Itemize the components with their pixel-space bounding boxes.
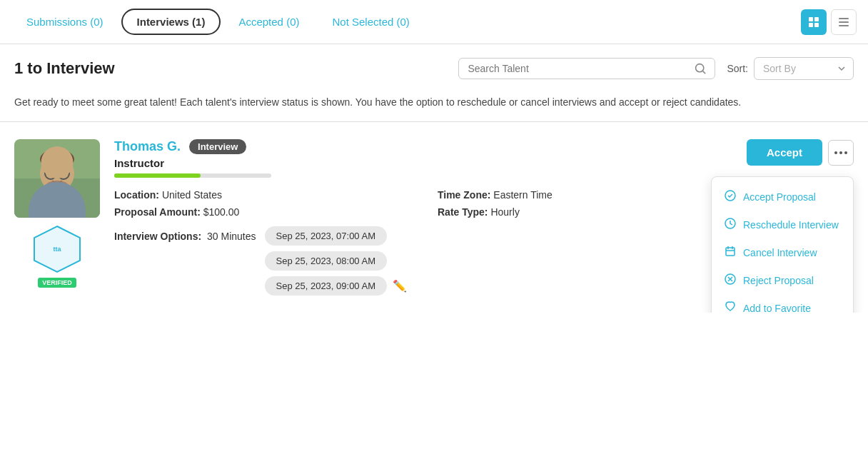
svg-rect-12 [52, 180, 62, 193]
rate-type-item: Rate Type: Hourly [438, 206, 732, 218]
time-slot-1: Sep 25, 2023, 08:00 AM [265, 251, 388, 271]
search-input[interactable] [468, 63, 689, 74]
sort-select[interactable]: Sort By Name Date Rate [754, 57, 854, 80]
svg-rect-2 [809, 23, 813, 27]
reschedule-label: Reschedule Interview [743, 219, 839, 231]
svg-rect-3 [814, 23, 819, 27]
tabs-bar: Submissions (0) Interviews (1) Accepted … [0, 0, 868, 44]
action-row: Accept [747, 139, 854, 166]
svg-rect-1 [814, 17, 819, 21]
candidate-name-row: Thomas G. Interview [114, 139, 732, 154]
page-title: 1 to Interview [14, 59, 115, 78]
svg-point-11 [30, 191, 84, 218]
tab-not-selected[interactable]: Not Selected (0) [317, 9, 424, 34]
svg-rect-4 [839, 18, 849, 19]
svg-rect-10 [14, 178, 100, 218]
interview-options-label: Interview Options: 30 Minutes [114, 231, 256, 242]
proposal-value: $100.00 [203, 206, 240, 218]
timezone-value: Eastern Time [493, 189, 552, 201]
accept-proposal-label: Accept Proposal [743, 191, 816, 203]
time-slot-row-1: Sep 25, 2023, 08:00 AM [265, 251, 408, 271]
candidate-name[interactable]: Thomas G. [114, 139, 181, 154]
time-slots-list: Sep 25, 2023, 07:00 AM Sep 25, 2023, 08:… [265, 226, 408, 296]
reject-proposal-label: Reject Proposal [743, 275, 814, 286]
dropdown-menu: Accept Proposal Reschedule Interview [711, 176, 854, 313]
candidate-actions: Accept Accept Proposal [747, 139, 854, 296]
sort-label: Sort: [727, 63, 748, 74]
favorite-icon [725, 301, 736, 313]
tab-interviews[interactable]: Interviews (1) [121, 9, 221, 35]
tab-accepted[interactable]: Accepted (0) [223, 9, 314, 34]
details-grid: Location: United States Time Zone: Easte… [114, 189, 732, 218]
candidate-left: tta VERIFIED [14, 139, 100, 296]
time-slot-0: Sep 25, 2023, 07:00 AM [265, 226, 388, 246]
view-toggle-group [801, 9, 857, 35]
more-options-button[interactable] [828, 140, 854, 166]
candidate-photo [14, 139, 100, 218]
photo-art-svg [14, 139, 100, 218]
description-bar: Get ready to meet some great talent! Eac… [0, 87, 868, 122]
svg-rect-6 [839, 25, 849, 26]
progress-bar-fill [114, 173, 201, 178]
proposal-label: Proposal Amount: [114, 206, 201, 218]
location-item: Location: United States [114, 189, 409, 201]
accept-proposal-icon [725, 190, 736, 203]
accept-button[interactable]: Accept [747, 139, 822, 166]
candidate-role: Instructor [114, 157, 732, 169]
sort-section: Sort: Sort By Name Date Rate [727, 57, 854, 80]
timezone-item: Time Zone: Eastern Time [438, 189, 732, 201]
time-slot-row-2: Sep 25, 2023, 09:00 AM ✏️ [265, 276, 408, 296]
rate-value: Hourly [490, 206, 519, 218]
svg-point-14 [40, 149, 74, 169]
dropdown-reschedule-interview[interactable]: Reschedule Interview [712, 211, 853, 238]
status-badge: Interview [189, 139, 246, 154]
dropdown-add-favorite[interactable]: Add to Favorite [712, 294, 853, 313]
dropdown-cancel-interview[interactable]: Cancel Interview [712, 238, 853, 266]
svg-point-22 [844, 151, 847, 154]
svg-point-7 [696, 64, 704, 72]
list-view-button[interactable] [831, 9, 857, 35]
svg-line-8 [703, 71, 706, 74]
list-icon [838, 16, 849, 28]
svg-rect-0 [809, 17, 813, 21]
search-wrapper [458, 58, 715, 79]
svg-rect-5 [839, 21, 849, 23]
candidate-info: Thomas G. Interview Instructor Location:… [114, 139, 732, 296]
tta-logo-text: tta [54, 246, 61, 253]
search-icon [695, 63, 706, 74]
more-dots-icon [834, 151, 847, 154]
edit-timeslot-icon[interactable]: ✏️ [393, 279, 407, 293]
tta-badge: tta VERIFIED [31, 223, 83, 288]
svg-point-18 [46, 181, 69, 192]
reject-proposal-icon [725, 273, 736, 287]
reschedule-icon [725, 218, 736, 231]
tab-submissions[interactable]: Submissions (0) [11, 9, 118, 34]
location-label: Location: [114, 189, 159, 201]
rate-label: Rate Type: [438, 206, 488, 218]
svg-rect-25 [726, 248, 735, 256]
svg-point-21 [839, 151, 842, 154]
add-favorite-label: Add to Favorite [743, 303, 811, 313]
interview-options-row: Interview Options: 30 Minutes Sep 25, 20… [114, 226, 732, 296]
page-container: Submissions (0) Interviews (1) Accepted … [0, 0, 868, 313]
dropdown-reject-proposal[interactable]: Reject Proposal [712, 266, 853, 294]
proposal-item: Proposal Amount: $100.00 [114, 206, 409, 218]
cancel-interview-label: Cancel Interview [743, 247, 817, 258]
svg-point-20 [834, 151, 837, 154]
content-header: 1 to Interview Sort: Sort By Name Date R… [0, 44, 868, 87]
time-slot-2: Sep 25, 2023, 09:00 AM [265, 276, 388, 296]
candidate-card: tta VERIFIED Thomas G. Interview Instruc… [0, 122, 868, 313]
grid-view-button[interactable] [801, 9, 827, 35]
location-value: United States [162, 189, 222, 201]
timezone-label: Time Zone: [438, 189, 490, 201]
progress-bar-wrap [114, 173, 271, 178]
grid-icon [808, 16, 819, 28]
verified-label: VERIFIED [38, 278, 76, 288]
time-slot-row-0: Sep 25, 2023, 07:00 AM [265, 226, 408, 246]
cancel-interview-icon [725, 246, 736, 259]
dropdown-accept-proposal[interactable]: Accept Proposal [712, 183, 853, 211]
